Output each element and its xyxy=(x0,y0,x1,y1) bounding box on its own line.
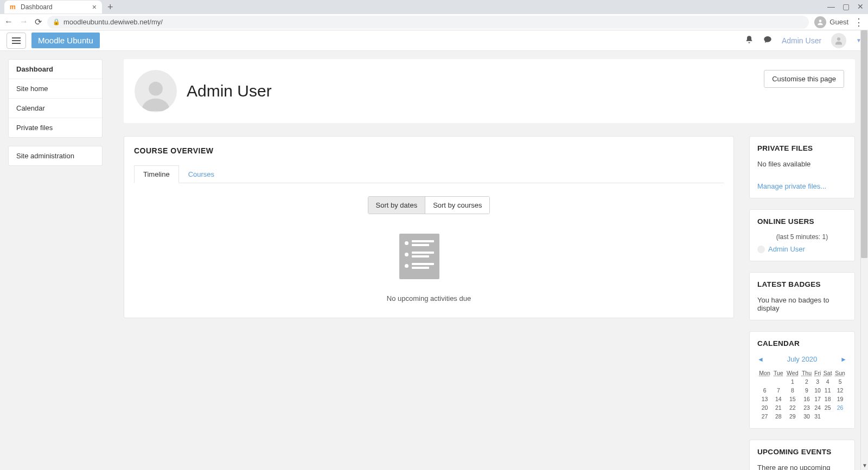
back-button[interactable]: ← xyxy=(4,17,13,27)
online-user-item[interactable]: Admin User xyxy=(757,245,847,253)
nav-arrows: ← → ⟳ xyxy=(4,17,42,27)
sidebar-item-sitehome[interactable]: Site home xyxy=(9,79,102,98)
sidebar-item-privatefiles[interactable]: Private files xyxy=(9,118,102,137)
calendar-next-icon[interactable]: ► xyxy=(840,356,847,363)
calendar-cell[interactable]: 22 xyxy=(785,403,800,412)
calendar-cell[interactable]: 17 xyxy=(813,395,822,403)
calendar-cell[interactable]: 28 xyxy=(772,412,785,421)
calendar-cell[interactable]: 5 xyxy=(833,377,847,386)
calendar-cell[interactable]: 14 xyxy=(772,395,785,403)
sidebar-toggle-button[interactable] xyxy=(7,33,26,49)
calendar-cell[interactable]: 25 xyxy=(822,403,833,412)
calendar-cell[interactable]: 12 xyxy=(833,386,847,395)
latest-badges-block: LATEST BADGES You have no badges to disp… xyxy=(749,272,855,320)
calendar-cell[interactable]: 8 xyxy=(785,386,800,395)
maximize-icon[interactable]: ▢ xyxy=(843,2,850,11)
tab-courses[interactable]: Courses xyxy=(179,165,224,183)
minimize-icon[interactable]: — xyxy=(827,2,835,11)
online-users-meta: (last 5 minutes: 1) xyxy=(757,233,847,241)
calendar-cell[interactable]: 24 xyxy=(813,403,822,412)
calendar-cell[interactable]: 18 xyxy=(822,395,833,403)
avatar-icon[interactable] xyxy=(831,33,846,48)
browser-tab[interactable]: m Dashboard × xyxy=(4,1,102,14)
calendar-cell[interactable]: 23 xyxy=(800,403,813,412)
forward-button[interactable]: → xyxy=(20,17,28,27)
scrollbar[interactable]: ▲ ▼ xyxy=(860,30,868,470)
calendar-cell[interactable]: 11 xyxy=(822,386,833,395)
calendar-cell[interactable]: 3 xyxy=(813,377,822,386)
header-username[interactable]: Admin User xyxy=(782,36,821,45)
private-files-text: No files available xyxy=(757,160,847,168)
calendar-cell xyxy=(757,377,772,386)
sidebar-item-siteadmin[interactable]: Site administration xyxy=(9,146,102,165)
calendar-cell[interactable]: 26 xyxy=(833,403,847,412)
close-window-icon[interactable]: ✕ xyxy=(857,2,864,11)
calendar-cell[interactable]: 2 xyxy=(800,377,813,386)
tab-timeline[interactable]: Timeline xyxy=(134,165,179,183)
svg-point-2 xyxy=(149,82,163,96)
sort-by-courses-button[interactable]: Sort by courses xyxy=(425,197,489,214)
course-overview-title: COURSE OVERVIEW xyxy=(134,146,724,155)
latest-badges-text: You have no badges to display xyxy=(757,296,847,312)
upcoming-events-block: UPCOMING EVENTS There are no upcoming ev… xyxy=(749,440,855,470)
sort-by-dates-button[interactable]: Sort by dates xyxy=(368,197,426,214)
calendar-block: CALENDAR ◄ July 2020 ► MonTueWedThuFriSa… xyxy=(749,331,855,429)
calendar-day-header: Mon xyxy=(757,369,772,377)
calendar-cell[interactable]: 19 xyxy=(833,395,847,403)
calendar-cell[interactable]: 31 xyxy=(813,412,822,421)
sidebar-item-dashboard[interactable]: Dashboard xyxy=(9,60,102,79)
scroll-down-icon[interactable]: ▼ xyxy=(861,462,868,470)
app-body: Dashboard Site home Calendar Private fil… xyxy=(0,51,868,470)
sidebar-item-calendar[interactable]: Calendar xyxy=(9,98,102,118)
upcoming-events-text: There are no upcoming events xyxy=(757,463,847,470)
center-column: COURSE OVERVIEW Timeline Courses Sort by… xyxy=(124,136,734,470)
calendar-cell[interactable]: 15 xyxy=(785,395,800,403)
guest-profile[interactable]: Guest xyxy=(814,16,848,28)
sidebar-nav-main: Dashboard Site home Calendar Private fil… xyxy=(8,59,103,138)
calendar-cell[interactable]: 9 xyxy=(800,386,813,395)
calendar-cell xyxy=(822,412,833,421)
empty-activities-icon xyxy=(399,234,459,284)
scroll-thumb[interactable] xyxy=(861,30,867,258)
browser-chrome: m Dashboard × + — ▢ ✕ ← → ⟳ 🔒 moodleubun… xyxy=(0,0,868,30)
chrome-menu-icon[interactable]: ⋮ xyxy=(854,16,864,28)
reload-button[interactable]: ⟳ xyxy=(35,17,42,27)
calendar-cell[interactable]: 7 xyxy=(772,386,785,395)
calendar-cell[interactable]: 10 xyxy=(813,386,822,395)
address-bar: ← → ⟳ 🔒 moodleubuntu.dewiweb.net/my/ Gue… xyxy=(0,14,868,30)
customise-page-button[interactable]: Customise this page xyxy=(764,70,844,88)
calendar-cell[interactable]: 27 xyxy=(757,412,772,421)
calendar-cell[interactable]: 30 xyxy=(800,412,813,421)
course-overview-block: COURSE OVERVIEW Timeline Courses Sort by… xyxy=(124,136,734,318)
brand-logo[interactable]: Moodle Ubuntu xyxy=(31,33,100,48)
browser-tab-bar: m Dashboard × + — ▢ ✕ xyxy=(0,0,868,14)
course-tabs: Timeline Courses xyxy=(134,165,724,183)
online-user-name: Admin User xyxy=(768,245,805,253)
calendar-day-header: Sat xyxy=(822,369,833,377)
user-mini-icon xyxy=(757,246,765,253)
notifications-icon[interactable] xyxy=(745,35,754,46)
svg-point-1 xyxy=(837,37,840,41)
tab-title: Dashboard xyxy=(21,3,89,11)
sort-button-group: Sort by dates Sort by courses xyxy=(368,196,490,214)
calendar-cell[interactable]: 4 xyxy=(822,377,833,386)
calendar-cell[interactable]: 1 xyxy=(785,377,800,386)
calendar-cell[interactable]: 29 xyxy=(785,412,800,421)
calendar-cell[interactable]: 20 xyxy=(757,403,772,412)
calendar-day-header: Thu xyxy=(800,369,813,377)
svg-point-0 xyxy=(819,20,822,22)
manage-private-files-link[interactable]: Manage private files... xyxy=(757,182,826,190)
calendar-cell[interactable]: 13 xyxy=(757,395,772,403)
online-users-block: ONLINE USERS (last 5 minutes: 1) Admin U… xyxy=(749,209,855,261)
calendar-cell[interactable]: 16 xyxy=(800,395,813,403)
calendar-grid: MonTueWedThuFriSatSun 123456789101112131… xyxy=(757,369,847,421)
calendar-cell[interactable]: 21 xyxy=(772,403,785,412)
close-tab-icon[interactable]: × xyxy=(92,3,97,11)
calendar-prev-icon[interactable]: ◄ xyxy=(757,356,764,363)
url-field[interactable]: 🔒 moodleubuntu.dewiweb.net/my/ xyxy=(47,16,809,29)
right-column: PRIVATE FILES No files available Manage … xyxy=(749,136,855,470)
calendar-month[interactable]: July 2020 xyxy=(787,355,818,363)
new-tab-button[interactable]: + xyxy=(107,2,113,13)
messages-icon[interactable] xyxy=(763,35,772,46)
calendar-cell[interactable]: 6 xyxy=(757,386,772,395)
